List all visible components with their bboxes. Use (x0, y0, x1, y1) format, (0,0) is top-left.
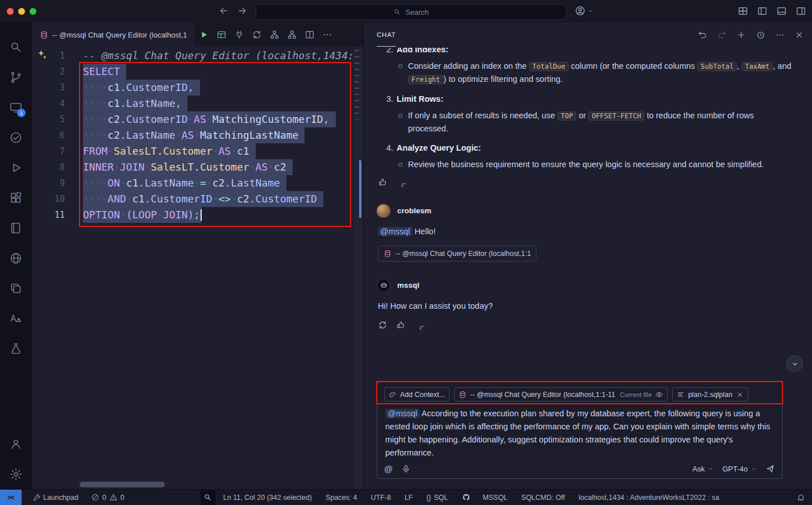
thumbs-up-icon[interactable] (378, 177, 388, 187)
code-line[interactable]: ····ON·c1.LastName·=·c2.LastName (83, 175, 353, 191)
change-connection-icon[interactable] (252, 30, 262, 40)
connection-status-item[interactable]: localhost,1434 : AdventureWorksLT2022 : … (578, 490, 719, 505)
close-panel-icon[interactable] (794, 30, 804, 40)
close-window-button[interactable] (7, 8, 14, 15)
mssql-status-item[interactable]: MSSQL (483, 490, 508, 505)
code-token: AS (181, 129, 194, 141)
toggle-sidebar-icon[interactable] (738, 6, 748, 16)
bullet-item: Consider adding an index on the TotalDue… (398, 60, 795, 86)
chat-history-icon[interactable] (756, 30, 765, 40)
new-chat-icon[interactable] (736, 30, 746, 40)
chat-panel-title[interactable]: CHAT (377, 23, 396, 47)
toggle-secondary-sidebar-icon[interactable] (796, 6, 806, 16)
code-line[interactable]: SELECT (83, 64, 353, 80)
code-line[interactable]: ····c2.LastName·AS·MatchingLastName (83, 127, 353, 143)
activity-web[interactable] (2, 243, 30, 273)
redo-icon[interactable] (717, 30, 727, 40)
attachment-chip[interactable]: -- @mssql Chat Query Editor (localhost,1… (378, 246, 536, 262)
line-number: 10 (32, 191, 80, 207)
horizontal-scrollbar[interactable] (80, 482, 165, 487)
encoding-item[interactable]: UTF-8 (371, 490, 391, 505)
activity-references[interactable] (2, 273, 30, 303)
list-label: Analyze Query Logic: (397, 142, 481, 154)
activity-linter[interactable] (2, 303, 30, 333)
code-line[interactable]: ····c1.CustomerID, (83, 80, 353, 96)
cursor-position-label: Ln 11, Col 20 (342 selected) (223, 494, 312, 502)
navigate-forward-icon[interactable] (237, 6, 247, 16)
check-circle-icon (9, 131, 23, 144)
activity-run-debug[interactable] (2, 152, 30, 183)
context-chip[interactable]: -- @mssql Chat Query Editor (localhost,1… (454, 387, 668, 401)
code-line[interactable]: ····c1.LastName, (83, 96, 353, 111)
mention-chip[interactable]: @mssql (385, 409, 420, 418)
line-content: ····c1.CustomerID, (83, 80, 200, 96)
code-token: LastName (126, 97, 176, 109)
model-dropdown[interactable]: GPT-4o (722, 465, 757, 473)
minimap[interactable] (353, 47, 363, 489)
indentation-item[interactable]: Spaces: 4 (326, 490, 357, 505)
disconnect-plug-icon[interactable] (234, 30, 244, 40)
mention-icon[interactable]: @ (384, 465, 393, 473)
accounts-button[interactable] (2, 429, 30, 459)
context-chip[interactable]: plan-2.sqlplan (672, 387, 748, 401)
input-message-text[interactable]: @mssql According to the execution plan s… (385, 407, 774, 460)
run-query-icon[interactable] (199, 30, 209, 40)
eye-icon[interactable] (655, 391, 663, 399)
code-editor[interactable]: 1234567891011 -- @mssql Chat Query Edito… (32, 47, 363, 489)
thumbs-up-icon[interactable] (396, 320, 406, 330)
microphone-icon[interactable] (401, 464, 411, 474)
eol-item[interactable]: LF (405, 490, 413, 505)
more-actions-icon[interactable] (775, 30, 785, 40)
thumbs-down-icon[interactable] (414, 320, 424, 330)
more-actions-icon[interactable] (322, 30, 332, 40)
chat-input-box[interactable]: Add Context...-- @mssql Chat Query Edito… (377, 382, 782, 479)
toggle-primary-sidebar-icon[interactable] (757, 6, 768, 16)
estimated-plan-icon[interactable] (269, 30, 280, 40)
maximize-window-button[interactable] (30, 8, 36, 15)
notifications-bell[interactable] (797, 490, 805, 505)
regenerate-icon[interactable] (378, 320, 388, 330)
command-center-search[interactable]: Search (256, 4, 567, 20)
scroll-to-bottom-button[interactable] (786, 355, 803, 372)
activity-docs[interactable] (2, 213, 30, 243)
toggle-panel-icon[interactable] (776, 6, 787, 16)
code-token: FROM (83, 145, 107, 157)
github-status-item[interactable] (462, 490, 470, 505)
send-icon[interactable] (765, 464, 775, 474)
mention-chip[interactable]: @mssql (378, 227, 413, 236)
activity-testing[interactable] (2, 122, 30, 152)
code-line[interactable]: INNER·JOIN·SalesLT.Customer·AS·c2 (83, 159, 353, 175)
remote-indicator[interactable]: >< (0, 490, 22, 505)
activity-remote-explorer[interactable]: 1 (2, 92, 30, 122)
context-chip[interactable]: Add Context... (384, 387, 449, 401)
zoom-indicator[interactable] (201, 490, 215, 505)
language-mode-item[interactable]: {} SQL (427, 490, 448, 505)
sqlcmd-status-item[interactable]: SQLCMD: Off (521, 490, 565, 505)
minimize-window-button[interactable] (18, 8, 25, 15)
undo-icon[interactable] (698, 30, 707, 40)
thumbs-down-icon[interactable] (396, 177, 406, 187)
activity-source-control[interactable] (2, 62, 30, 92)
activity-extensions[interactable] (2, 183, 30, 213)
settings-button[interactable] (2, 459, 30, 489)
code-token: ); (188, 209, 200, 221)
navigate-back-icon[interactable] (219, 6, 229, 16)
activity-search[interactable] (2, 32, 30, 62)
editor-tab[interactable]: -- @mssql Chat Query Editor (localhost,1 (32, 23, 195, 47)
code-line[interactable]: ····AND·c1.CustomerID·<>·c2.CustomerID (83, 191, 353, 207)
actual-plan-icon[interactable] (287, 30, 297, 40)
list-number: 2. (386, 48, 393, 56)
code-line[interactable]: ····c2.CustomerID·AS·MatchingCustomerID, (83, 111, 353, 127)
code-line[interactable]: OPTION·(LOOP·JOIN); (83, 207, 353, 223)
code-line[interactable]: FROM·SalesLT.Customer·AS·c1 (83, 143, 353, 159)
results-grid-icon[interactable] (216, 30, 227, 40)
cursor-position-item[interactable]: Ln 11, Col 20 (342 selected) (223, 490, 312, 505)
code-line[interactable]: -- @mssql Chat Query Editor (localhost,1… (83, 48, 353, 64)
launchpad-status-item[interactable]: Launchpad (32, 490, 78, 505)
activity-database-projects[interactable] (2, 333, 30, 363)
chat-mode-dropdown[interactable]: Ask (693, 465, 714, 473)
problems-status-item[interactable]: 0 0 (91, 490, 124, 505)
profile-menu[interactable] (574, 5, 594, 16)
split-editor-icon[interactable] (305, 30, 315, 40)
close-icon[interactable] (736, 391, 744, 399)
